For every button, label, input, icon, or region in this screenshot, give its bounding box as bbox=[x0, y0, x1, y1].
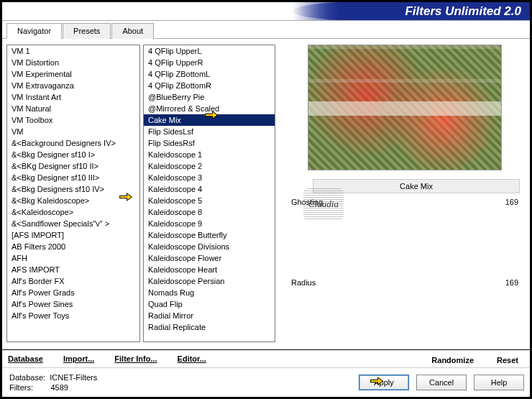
list-item[interactable]: VM 1 bbox=[7, 45, 139, 57]
list-item[interactable]: Radial Replicate bbox=[144, 321, 275, 333]
list-item[interactable]: Kaleidoscope 9 bbox=[144, 218, 275, 229]
title-bar: Filters Unlimited 2.0 bbox=[2, 2, 530, 21]
preview-image bbox=[308, 45, 502, 170]
list-item[interactable]: Kaleidoscope Flower bbox=[144, 252, 275, 264]
list-item[interactable]: @BlueBerry Pie bbox=[144, 91, 275, 103]
list-item[interactable]: AB Filters 2000 bbox=[7, 241, 139, 252]
list-item[interactable]: Kaleidoscope Heart bbox=[144, 264, 275, 275]
list-item[interactable]: &<BKg Designer sf10 II> bbox=[7, 160, 139, 172]
editor-button[interactable]: Editor... bbox=[176, 353, 208, 364]
slider-label: Radius bbox=[291, 278, 316, 287]
list-item[interactable]: Kaleidoscope Persian bbox=[144, 275, 275, 287]
list-item[interactable]: Kaleidoscope Butterfly bbox=[144, 229, 275, 241]
list-item[interactable]: Alf's Power Grads bbox=[7, 287, 139, 298]
list-item[interactable]: Alf's Power Toys bbox=[7, 310, 139, 321]
list-item[interactable]: VM Instant Art bbox=[7, 91, 139, 103]
list-item[interactable]: AFH bbox=[7, 252, 139, 264]
list-item[interactable]: &<Bkg Designer sf10 III> bbox=[7, 172, 139, 183]
filters-count-value: 4589 bbox=[50, 383, 68, 392]
apply-button[interactable]: Apply bbox=[359, 375, 409, 390]
slider-value: 169 bbox=[505, 278, 518, 287]
info-block: Database: ICNET-Filters Filters: 4589 bbox=[8, 372, 352, 393]
list-item[interactable]: Kaleidoscope 8 bbox=[144, 206, 275, 218]
tab-strip: Navigator Presets About bbox=[2, 21, 530, 39]
list-item[interactable]: Alf's Power Sines bbox=[7, 298, 139, 310]
list-item[interactable]: VM Distortion bbox=[7, 57, 139, 68]
list-item[interactable]: 4 QFlip UpperR bbox=[144, 57, 275, 68]
list-item[interactable]: &<Kaleidoscope> bbox=[7, 206, 139, 218]
list-item[interactable]: Kaleidoscope Divisions bbox=[144, 241, 275, 252]
list-item[interactable]: VM Natural bbox=[7, 103, 139, 114]
list-item[interactable]: VM Experimental bbox=[7, 68, 139, 80]
list-item[interactable]: Kaleidoscope 4 bbox=[144, 183, 275, 195]
import-button[interactable]: Import... bbox=[62, 353, 96, 364]
db-label: Database: bbox=[9, 373, 45, 382]
list-item[interactable]: &<Background Designers IV> bbox=[7, 137, 139, 149]
list-item[interactable]: VM Extravaganza bbox=[7, 80, 139, 91]
list-item[interactable]: Radial Mirror bbox=[144, 310, 275, 321]
content-area: VM 1VM DistortionVM ExperimentalVM Extra… bbox=[2, 39, 530, 349]
category-list[interactable]: VM 1VM DistortionVM ExperimentalVM Extra… bbox=[6, 45, 140, 342]
slider-row[interactable]: Radius169 bbox=[285, 275, 524, 298]
cancel-button[interactable]: Cancel bbox=[416, 375, 467, 390]
list-item[interactable]: Kaleidoscope 5 bbox=[144, 195, 275, 206]
help-button[interactable]: Help bbox=[474, 375, 524, 390]
footer-row: Database: ICNET-Filters Filters: 4589 Ap… bbox=[2, 367, 530, 397]
list-item[interactable]: Kaleidoscope 3 bbox=[144, 172, 275, 183]
link-button-row: Database Import... Filter Info... Editor… bbox=[2, 350, 288, 367]
main-window: Filters Unlimited 2.0 Navigator Presets … bbox=[1, 1, 531, 398]
tab-about[interactable]: About bbox=[111, 23, 154, 39]
list-item[interactable]: 4 QFlip ZBottomR bbox=[144, 80, 275, 91]
list-item[interactable]: Cake Mix bbox=[144, 114, 275, 126]
filter-list[interactable]: 4 QFlip UpperL4 QFlip UpperR4 QFlip ZBot… bbox=[143, 45, 275, 342]
list-item[interactable]: &<Bkg Designer sf10 I> bbox=[7, 149, 139, 160]
tab-presets[interactable]: Presets bbox=[63, 23, 111, 39]
reset-button[interactable]: Reset bbox=[495, 354, 520, 366]
list-item[interactable]: 4 QFlip ZBottomL bbox=[144, 68, 275, 80]
list-item[interactable]: Quad Flip bbox=[144, 298, 275, 310]
db-value: ICNET-Filters bbox=[50, 373, 97, 382]
list-item[interactable]: VM Toolbox bbox=[7, 114, 139, 126]
list-item[interactable]: &<Bkg Designers sf10 IV> bbox=[7, 183, 139, 195]
tab-navigator[interactable]: Navigator bbox=[6, 23, 62, 39]
list-item[interactable]: 4 QFlip UpperL bbox=[144, 45, 275, 57]
list-item[interactable]: Flip SidesLsf bbox=[144, 126, 275, 137]
database-button[interactable]: Database bbox=[6, 353, 45, 364]
list-item[interactable]: AFS IMPORT bbox=[7, 264, 139, 275]
list-item[interactable]: Kaleidoscope 1 bbox=[144, 149, 275, 160]
list-item[interactable]: VM bbox=[7, 126, 139, 137]
list-item[interactable]: &<Sandflower Specials"v" > bbox=[7, 218, 139, 229]
list-item[interactable]: [AFS IMPORT] bbox=[7, 229, 139, 241]
slider-value: 169 bbox=[505, 198, 518, 206]
current-filter-label: Cake Mix bbox=[313, 179, 520, 193]
list-item[interactable]: Kaleidoscope 2 bbox=[144, 160, 275, 172]
list-item[interactable]: Alf's Border FX bbox=[7, 275, 139, 287]
filters-count-label: Filters: bbox=[9, 383, 33, 392]
filter-info-button[interactable]: Filter Info... bbox=[113, 353, 158, 364]
list-item[interactable]: Nomads Rug bbox=[144, 287, 275, 298]
list-item[interactable]: &<Bkg Kaleidoscope> bbox=[7, 195, 139, 206]
list-item[interactable]: Flip SidesRsf bbox=[144, 137, 275, 149]
right-link-row: Randomize Reset bbox=[288, 350, 530, 367]
watermark-stamp: Claudia bbox=[303, 188, 344, 220]
list-item[interactable]: @Mirrored & Scaled bbox=[144, 103, 275, 114]
randomize-button[interactable]: Randomize bbox=[430, 354, 475, 366]
app-title: Filters Unlimited 2.0 bbox=[405, 4, 521, 19]
